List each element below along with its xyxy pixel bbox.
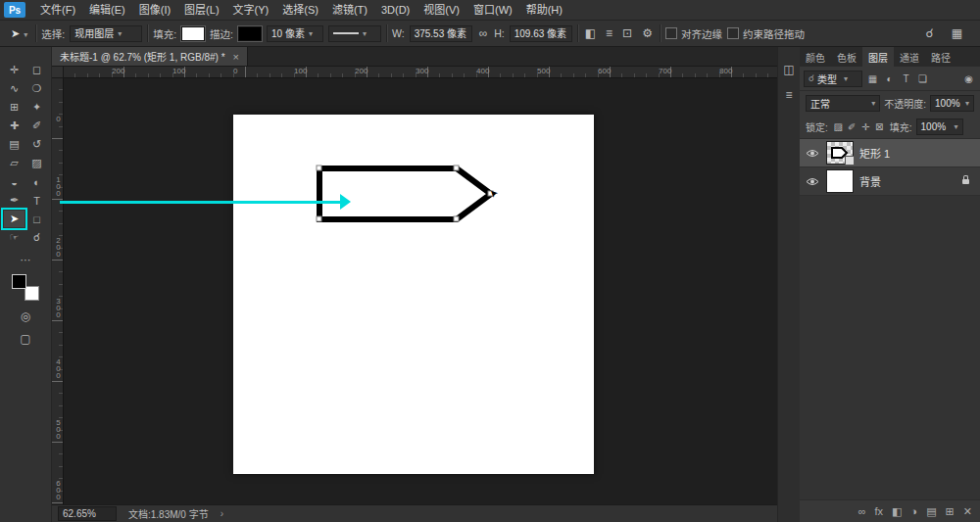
filter-pixel-layers-icon[interactable]: ▦ (865, 71, 880, 86)
tool-preset-picker[interactable]: ➤ (8, 27, 30, 40)
document-tab[interactable]: 未标题-1 @ 62.7% (矩形 1, RGB/8#) * × (52, 47, 248, 66)
fill-color-swatch[interactable] (181, 26, 205, 41)
document-canvas[interactable] (233, 115, 594, 474)
delete-layer-icon[interactable]: ✕ (963, 505, 972, 518)
quick-selection-tool[interactable]: ❍ (26, 80, 47, 97)
visibility-eye-icon[interactable] (805, 149, 820, 158)
gradient-tool[interactable]: ▨ (26, 155, 47, 171)
filter-toggle-icon[interactable]: ◉ (961, 71, 976, 86)
new-group-icon[interactable]: ▤ (926, 505, 936, 518)
layers-panel: 颜色色板图层通道路径 ☌ 类型 ▦◐T❏ ◉ 正常 不透明度: 100% (800, 47, 980, 522)
menu-item[interactable]: 图像(I) (132, 0, 177, 20)
stroke-style-dropdown[interactable] (328, 25, 381, 42)
filter-adjustment-layers-icon[interactable]: ◐ (882, 71, 897, 86)
move-tool[interactable]: ✛ (4, 62, 24, 78)
eyedropper-tool[interactable]: ✦ (26, 99, 47, 116)
screen-mode-icon[interactable]: ▢ (20, 332, 30, 346)
select-mode-label: 选择: (41, 26, 65, 41)
zoom-level-field[interactable]: 62.65% (58, 506, 117, 521)
status-menu-arrow-icon[interactable]: › (220, 508, 223, 519)
layer-thumbnail[interactable] (826, 141, 854, 165)
color-swatches[interactable] (12, 274, 39, 301)
menu-item[interactable]: 文件(F) (33, 0, 82, 20)
layer-row[interactable]: 矩形 1 (800, 139, 980, 167)
horizontal-ruler[interactable]: 20010001002003004005006007008009001000 (63, 67, 777, 78)
layer-style-icon[interactable]: fx (875, 505, 884, 517)
docked-panel-icon-1[interactable]: ◫ (783, 63, 794, 76)
layer-filter-dropdown[interactable]: ☌ 类型 (804, 71, 862, 87)
workspace-switcher-icon[interactable]: ▦ (950, 26, 964, 40)
close-tab-icon[interactable]: × (233, 51, 239, 63)
add-layer-mask-icon[interactable]: ◧ (892, 505, 902, 518)
align-edges-checkbox[interactable]: 对齐边缘 (665, 26, 722, 41)
link-dimensions-icon[interactable]: ∞ (477, 26, 490, 40)
filter-type-layers-icon[interactable]: T (899, 71, 913, 86)
edit-toolbar-icon[interactable]: ⋯ (21, 254, 31, 266)
menu-item[interactable]: 帮助(H) (519, 0, 569, 20)
rectangular-marquee-tool[interactable]: ◻ (26, 62, 47, 78)
new-layer-icon[interactable]: ⊞ (946, 505, 955, 518)
stroke-width-field[interactable]: 10 像素 (267, 25, 323, 42)
panel-tab[interactable]: 路径 (925, 47, 956, 67)
ruler-origin[interactable] (52, 67, 64, 78)
fill-opacity-field[interactable]: 100% (916, 119, 963, 135)
constrain-path-drag-checkbox[interactable]: 约束路径拖动 (727, 26, 805, 41)
height-label: H: (494, 27, 505, 39)
lock-image-pixels-icon[interactable]: ✐ (846, 119, 858, 134)
stroke-color-swatch[interactable] (238, 26, 262, 41)
zoom-tool[interactable]: ☌ (26, 229, 47, 246)
spot-healing-brush-tool[interactable]: ✚ (4, 118, 24, 134)
layer-row[interactable]: 背景 (800, 167, 980, 196)
link-layers-icon[interactable]: ∞ (858, 505, 866, 517)
menu-item[interactable]: 文字(Y) (226, 0, 276, 20)
pen-tool[interactable]: ✒ (4, 192, 24, 209)
lock-all-icon[interactable]: ⊠ (873, 119, 886, 134)
panel-tab[interactable]: 色板 (831, 47, 862, 67)
path-alignment-icon[interactable]: ≡ (604, 26, 614, 40)
blur-tool[interactable]: ◒ (4, 173, 24, 190)
blend-mode-dropdown[interactable]: 正常 (806, 95, 880, 112)
eraser-tool[interactable]: ▱ (4, 155, 24, 171)
shape-width-field[interactable]: 375.53 像素 (410, 25, 472, 42)
hand-tool[interactable]: ☞ (4, 229, 24, 246)
lock-transparent-pixels-icon[interactable]: ▨ (832, 119, 845, 134)
adjustment-layer-icon[interactable]: ◑ (911, 505, 918, 517)
menu-item[interactable]: 图层(L) (177, 0, 225, 20)
shape-height-field[interactable]: 109.63 像素 (510, 25, 572, 42)
lasso-tool[interactable]: ∿ (4, 80, 24, 97)
shape-settings-gear-icon[interactable]: ⚙ (640, 26, 655, 40)
filter-shape-layers-icon[interactable]: ❏ (915, 71, 930, 86)
panel-tab[interactable]: 通道 (894, 47, 925, 67)
lock-position-icon[interactable]: ✛ (859, 119, 872, 134)
horizontal-type-tool[interactable]: T (26, 192, 47, 209)
layer-thumbnail[interactable] (826, 169, 854, 193)
quick-mask-mode-icon[interactable]: ◎ (21, 309, 30, 323)
select-mode-dropdown[interactable]: 现用图层 (70, 25, 142, 42)
path-selection-tool[interactable]: ➤ (4, 211, 24, 227)
brush-tool[interactable]: ✐ (26, 118, 47, 134)
path-arrange-icon[interactable]: ⊡ (620, 26, 634, 40)
panel-tab[interactable]: 图层 (862, 47, 894, 67)
docked-panel-icon-2[interactable]: ≡ (785, 88, 792, 102)
dodge-tool[interactable]: ◐ (26, 173, 47, 190)
panel-tab[interactable]: 颜色 (800, 47, 831, 67)
pentagon-arrow-shape[interactable] (233, 115, 594, 474)
menu-item[interactable]: 窗口(W) (466, 0, 519, 20)
menu-item[interactable]: 选择(S) (275, 0, 325, 20)
history-brush-tool[interactable]: ↺ (26, 136, 47, 153)
vertical-ruler[interactable]: 0100200300400500600 (52, 77, 64, 504)
rectangle-tool[interactable]: □ (26, 211, 47, 227)
visibility-eye-icon[interactable] (805, 177, 820, 186)
clone-stamp-tool[interactable]: ▤ (4, 136, 24, 153)
foreground-color-swatch[interactable] (12, 274, 26, 289)
menu-item[interactable]: 滤镜(T) (325, 0, 374, 20)
opacity-field[interactable]: 100% (930, 95, 974, 112)
menu-item[interactable]: 3D(D) (374, 0, 416, 20)
search-icon[interactable]: ☌ (924, 26, 936, 40)
path-operations-icon[interactable]: ◧ (583, 26, 598, 40)
canvas-viewport[interactable]: 20010001002003004005006007008009001000 0… (52, 67, 777, 504)
menu-item[interactable]: 编辑(E) (82, 0, 132, 20)
background-color-swatch[interactable] (24, 286, 39, 301)
menu-item[interactable]: 视图(V) (416, 0, 466, 20)
crop-tool[interactable]: ⊞ (4, 99, 24, 116)
